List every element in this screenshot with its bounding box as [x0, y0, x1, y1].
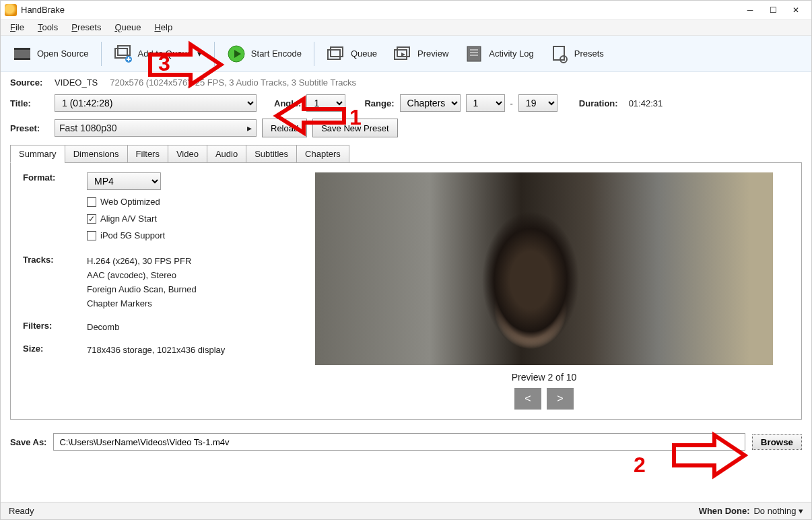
- images-plus-icon: [114, 44, 133, 63]
- log-icon: [465, 44, 483, 63]
- tab-chapters[interactable]: Chapters: [296, 145, 349, 163]
- range-to-select[interactable]: 19: [518, 94, 557, 112]
- tracks-value: H.264 (x264), 30 FPS PFR AAC (avcodec), …: [87, 255, 197, 311]
- preset-select[interactable]: Fast 1080p30 ▸: [55, 119, 257, 137]
- activity-log-label: Activity Log: [489, 48, 533, 59]
- status-text: Ready: [9, 506, 34, 516]
- range-dash: -: [510, 98, 513, 108]
- app-icon: [5, 4, 17, 16]
- duration-value: 01:42:31: [629, 98, 663, 108]
- tracks-label: Tracks:: [23, 255, 87, 311]
- ipod-checkbox[interactable]: [87, 231, 96, 240]
- queue-button[interactable]: Queue: [320, 39, 384, 69]
- when-done-label: When Done:: [699, 506, 750, 516]
- minimize-button[interactable]: ─: [739, 1, 762, 20]
- title-select[interactable]: 1 (01:42:28): [55, 94, 257, 112]
- preview-next-button[interactable]: >: [547, 388, 574, 410]
- range-from-select[interactable]: 1: [466, 94, 505, 112]
- menu-tools[interactable]: Tools: [31, 21, 65, 34]
- browse-button[interactable]: Browse: [752, 434, 802, 450]
- save-as-input[interactable]: [53, 433, 745, 451]
- start-encode-label: Start Encode: [251, 48, 302, 59]
- duration-label: Duration:: [579, 98, 618, 108]
- svg-rect-9: [331, 47, 343, 57]
- svg-rect-17: [553, 46, 564, 60]
- format-label: Format:: [23, 172, 87, 245]
- ipod-label: iPod 5G Support: [100, 229, 165, 243]
- preset-value: Fast 1080p30: [59, 123, 117, 133]
- tab-subtitles[interactable]: Subtitles: [246, 145, 297, 163]
- open-source-button[interactable]: Open Source: [6, 39, 96, 69]
- tab-summary[interactable]: Summary: [10, 145, 65, 163]
- format-select[interactable]: MP4: [87, 172, 161, 190]
- maximize-button[interactable]: ☐: [762, 1, 784, 20]
- save-new-preset-button[interactable]: Save New Preset: [312, 119, 397, 137]
- preview-label: Preview: [417, 48, 448, 59]
- web-optimized-label: Web Optimized: [100, 195, 160, 209]
- when-done-value[interactable]: Do nothing ▾: [753, 506, 803, 516]
- summary-pane: Format: MP4 Web Optimized ✓ Align A/V St…: [10, 163, 802, 420]
- presets-button[interactable]: Presets: [543, 39, 611, 69]
- tab-audio[interactable]: Audio: [207, 145, 246, 163]
- menu-file[interactable]: File: [3, 21, 31, 34]
- open-source-label: Open Source: [37, 48, 89, 59]
- svg-rect-1: [14, 48, 30, 50]
- angle-select[interactable]: 1: [306, 94, 345, 112]
- menu-bar: File Tools Presets Queue Help: [1, 20, 811, 36]
- tab-filters[interactable]: Filters: [127, 145, 168, 163]
- images-stack-icon: [327, 44, 345, 63]
- source-label: Source:: [10, 77, 49, 88]
- preview-button[interactable]: Preview: [386, 39, 455, 69]
- source-value: VIDEO_TS: [55, 77, 98, 88]
- preset-label: Preset:: [10, 123, 49, 133]
- svg-rect-3: [115, 48, 127, 58]
- svg-rect-4: [118, 46, 130, 55]
- svg-rect-13: [467, 46, 481, 61]
- title-label: Title:: [10, 98, 49, 108]
- tab-video[interactable]: Video: [168, 145, 207, 163]
- status-bar: Ready When Done: Do nothing ▾: [1, 502, 811, 519]
- save-as-row: Save As: Browse: [1, 433, 811, 451]
- svg-rect-0: [14, 50, 30, 58]
- range-type-select[interactable]: Chapters: [400, 94, 461, 112]
- start-encode-button[interactable]: Start Encode: [220, 39, 308, 69]
- track-line-1: AAC (avcodec), Stereo: [87, 269, 197, 283]
- web-optimized-checkbox[interactable]: [87, 197, 96, 207]
- menu-help[interactable]: Help: [147, 21, 179, 34]
- svg-rect-2: [14, 58, 30, 60]
- filters-value: Decomb: [87, 321, 119, 335]
- tab-bar: Summary Dimensions Filters Video Audio S…: [10, 144, 802, 163]
- track-line-2: Foreign Audio Scan, Burned: [87, 283, 197, 297]
- save-as-label: Save As:: [10, 437, 46, 447]
- play-icon: [227, 44, 246, 63]
- track-line-0: H.264 (x264), 30 FPS PFR: [87, 255, 197, 269]
- svg-text:2: 2: [634, 453, 646, 477]
- window-title: HandBrake: [21, 5, 65, 15]
- size-value: 718x436 storage, 1021x436 display: [87, 344, 225, 358]
- film-icon: [13, 44, 32, 63]
- preview-caption: Preview 2 of 10: [512, 372, 577, 383]
- tab-dimensions[interactable]: Dimensions: [65, 145, 128, 163]
- size-label: Size:: [23, 344, 87, 358]
- reload-button[interactable]: Reload: [262, 119, 307, 137]
- align-av-checkbox[interactable]: ✓: [87, 214, 96, 224]
- add-to-queue-button[interactable]: Add to Queue ▾: [107, 39, 209, 69]
- title-row: Title: 1 (01:42:28) Angle: 1 Range: Chap…: [10, 94, 802, 112]
- align-av-label: Align A/V Start: [100, 212, 157, 226]
- preview-image: [315, 172, 773, 365]
- preview-prev-button[interactable]: <: [514, 388, 541, 410]
- source-info: 720x576 (1024x576), 25 FPS, 3 Audio Trac…: [110, 77, 356, 88]
- preset-row: Preset: Fast 1080p30 ▸ Reload Save New P…: [10, 119, 802, 137]
- svg-rect-8: [328, 50, 340, 59]
- menu-queue[interactable]: Queue: [108, 21, 147, 34]
- filters-label: Filters:: [23, 321, 87, 335]
- chevron-right-icon: ▸: [247, 123, 252, 133]
- menu-presets[interactable]: Presets: [65, 21, 108, 34]
- range-label: Range:: [364, 98, 394, 108]
- preview-icon: [393, 44, 412, 63]
- chevron-down-icon: ▾: [197, 48, 202, 59]
- angle-label: Angle:: [274, 98, 301, 108]
- close-button[interactable]: ✕: [784, 1, 807, 20]
- source-row: Source: VIDEO_TS 720x576 (1024x576), 25 …: [10, 77, 802, 88]
- activity-log-button[interactable]: Activity Log: [458, 39, 540, 69]
